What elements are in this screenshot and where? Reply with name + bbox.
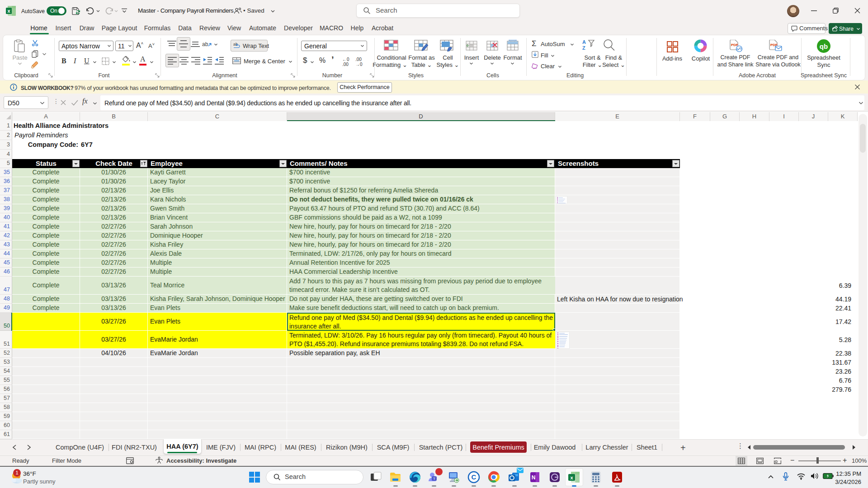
svg-text:ab: ab <box>202 41 208 47</box>
svg-text:A: A <box>582 39 586 45</box>
svg-text:x: x <box>570 475 573 480</box>
svg-text:T: T <box>433 477 435 481</box>
svg-text:N: N <box>532 474 536 481</box>
svg-text:x: x <box>7 8 10 14</box>
svg-text:C: C <box>472 473 476 481</box>
svg-text:Z: Z <box>582 45 585 51</box>
svg-text:qb: qb <box>820 42 828 50</box>
